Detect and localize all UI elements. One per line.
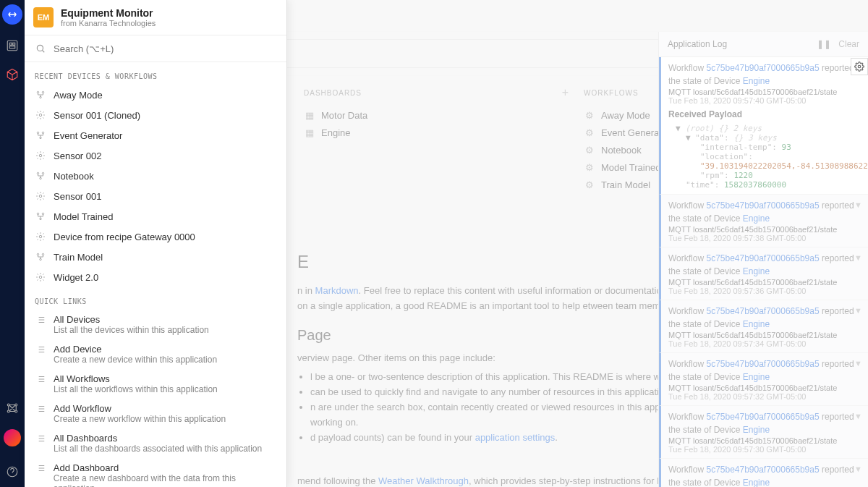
icon-rail — [0, 0, 25, 487]
log-entry[interactable]: ▼Workflow 5c75be47b90af7000665b9a5 repor… — [659, 195, 868, 247]
dashboard-item[interactable]: ▦Motor Data — [304, 106, 569, 124]
svg-point-6 — [7, 410, 9, 412]
svg-point-21 — [40, 177, 41, 179]
markdown-link[interactable]: Markdown — [315, 285, 359, 296]
graph-icon[interactable] — [4, 400, 20, 416]
quick-link-item[interactable]: All WorkflowsList all the workflows with… — [25, 369, 286, 399]
application-log-panel: Application Log ❚❚ Clear ▲Workflow 5c75b… — [658, 32, 868, 487]
quick-link-item[interactable]: All DashboardsList all the dashboards as… — [25, 428, 286, 458]
chevron-down-icon[interactable]: ▼ — [854, 412, 862, 420]
app-overview-icon[interactable] — [4, 38, 20, 54]
recent-item[interactable]: Notebook — [25, 166, 286, 186]
recent-item[interactable]: Away Mode — [25, 85, 286, 105]
log-title: Application Log — [668, 39, 817, 49]
recent-item[interactable]: Model Trained — [25, 206, 286, 226]
list-icon — [35, 344, 46, 355]
app-settings-link[interactable]: application settings — [475, 432, 556, 443]
svg-rect-3 — [9, 46, 15, 48]
recent-item[interactable]: Sensor 001 — [25, 186, 286, 206]
svg-point-22 — [39, 195, 42, 198]
svg-point-12 — [42, 91, 43, 93]
gear-icon — [35, 271, 46, 283]
logo-icon[interactable] — [2, 4, 22, 25]
search-input[interactable] — [54, 43, 276, 54]
workflow-icon — [35, 170, 46, 182]
add-dashboard-icon[interactable]: + — [562, 86, 569, 99]
svg-point-25 — [40, 218, 41, 219]
recent-item[interactable]: Event Generator — [25, 125, 286, 145]
list-icon — [35, 433, 46, 444]
log-entry[interactable]: ▼Workflow 5c75be47b90af7000665b9a5 repor… — [659, 247, 868, 300]
svg-point-26 — [39, 235, 42, 238]
workflows-header: WORKFLOWS — [584, 89, 639, 97]
list-icon — [35, 373, 46, 385]
quick-link-item[interactable]: All DevicesList all the devices within t… — [25, 310, 286, 339]
gear-icon — [35, 231, 46, 242]
quick-link-item[interactable]: Add DeviceCreate a new device within thi… — [25, 339, 286, 369]
svg-point-20 — [42, 172, 43, 174]
log-entry[interactable]: ▼Workflow 5c75be47b90af7000665b9a5 repor… — [659, 459, 868, 487]
svg-point-27 — [37, 253, 38, 255]
svg-point-17 — [40, 137, 41, 138]
svg-point-13 — [40, 96, 41, 98]
recent-item[interactable]: Train Model — [25, 247, 286, 267]
svg-point-10 — [37, 45, 43, 51]
dashboards-header: DASHBOARDS — [304, 89, 362, 97]
workflow-icon — [35, 211, 46, 222]
recent-item[interactable]: Device from recipe Gateway 0000 — [25, 226, 286, 247]
quick-link-item[interactable]: Add WorkflowCreate a new workflow within… — [25, 399, 286, 428]
quick-link-item[interactable]: Add DashboardCreate a new dashboard with… — [25, 458, 286, 487]
clear-button[interactable]: Clear — [838, 39, 859, 49]
help-icon[interactable] — [4, 464, 20, 480]
app-title: Equipment Monitor — [61, 7, 156, 19]
svg-point-9 — [858, 65, 861, 68]
gear-icon — [35, 150, 46, 161]
svg-point-30 — [39, 276, 42, 279]
chevron-down-icon[interactable]: ▼ — [854, 200, 862, 209]
svg-point-29 — [40, 258, 41, 260]
list-icon — [35, 314, 46, 326]
cube-icon[interactable] — [4, 67, 20, 82]
app-badge: EM — [33, 7, 54, 27]
recent-item[interactable]: Sensor 002 — [25, 145, 286, 166]
svg-rect-0 — [7, 41, 17, 51]
avatar[interactable] — [4, 429, 21, 446]
gear-icon — [35, 109, 46, 121]
search-icon — [35, 43, 46, 54]
workflow-icon — [35, 130, 46, 141]
dashboard-item[interactable]: ▦Engine — [304, 124, 569, 141]
walkthrough-link[interactable]: Weather Walkthrough — [378, 475, 469, 486]
search-panel: EM Equipment Monitor from Kanarra Techno… — [25, 0, 287, 487]
svg-point-28 — [42, 253, 43, 255]
workflow-icon — [35, 251, 46, 263]
recent-item[interactable]: Sensor 001 (Cloned) — [25, 105, 286, 125]
list-icon — [35, 403, 46, 415]
chevron-down-icon[interactable]: ▼ — [854, 465, 862, 473]
svg-point-16 — [42, 132, 43, 133]
workflow-icon — [35, 89, 46, 101]
chevron-down-icon[interactable]: ▼ — [854, 253, 862, 262]
chevron-down-icon[interactable]: ▼ — [854, 306, 862, 315]
pause-icon[interactable]: ❚❚ — [817, 39, 831, 49]
svg-rect-1 — [9, 43, 12, 45]
list-icon — [35, 462, 46, 474]
svg-point-19 — [37, 172, 38, 174]
svg-point-4 — [7, 404, 9, 406]
gear-icon — [35, 190, 46, 202]
svg-point-24 — [42, 213, 43, 214]
svg-point-18 — [39, 154, 42, 157]
quick-links-label: QUICK LINKS — [25, 287, 286, 310]
svg-point-23 — [37, 213, 38, 214]
log-entry[interactable]: ▼Workflow 5c75be47b90af7000665b9a5 repor… — [659, 406, 868, 459]
chevron-down-icon[interactable]: ▼ — [854, 359, 862, 368]
log-entry[interactable]: ▲Workflow 5c75be47b90af7000665b9a5 repor… — [659, 57, 868, 195]
log-entry[interactable]: ▼Workflow 5c75be47b90af7000665b9a5 repor… — [659, 300, 868, 353]
recent-item[interactable]: Widget 2.0 — [25, 267, 286, 287]
settings-gear-icon[interactable] — [851, 58, 868, 75]
svg-point-15 — [37, 132, 38, 133]
svg-rect-2 — [13, 43, 15, 45]
log-entry[interactable]: ▼Workflow 5c75be47b90af7000665b9a5 repor… — [659, 353, 868, 406]
svg-point-11 — [37, 91, 38, 93]
svg-point-5 — [15, 404, 17, 406]
svg-point-7 — [15, 410, 17, 412]
